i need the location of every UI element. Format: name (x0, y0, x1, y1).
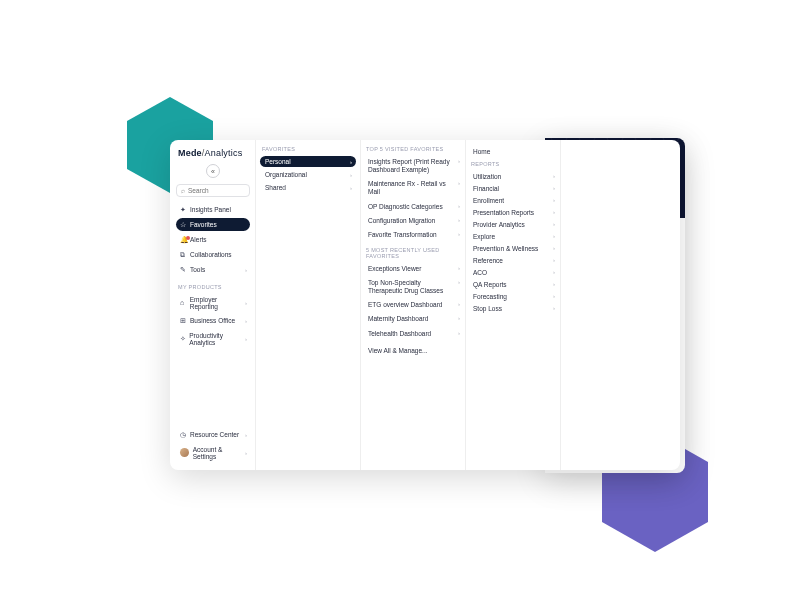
report-item[interactable]: Presentation Reports› (469, 207, 557, 218)
chevron-right-icon: › (458, 231, 460, 239)
favorite-item-label: Top Non-Specialty Therapeutic Drug Class… (368, 279, 443, 294)
chevron-right-icon: › (553, 281, 555, 287)
report-item[interactable]: Reference› (469, 255, 557, 266)
favorites-tab-personal[interactable]: Personal › (260, 156, 356, 167)
sidebar-item-employer-reporting[interactable]: ⌂ Employer Reporting › (176, 293, 250, 312)
favorites-tab-organizational[interactable]: Organizational › (260, 169, 356, 180)
star-icon: ☆ (180, 221, 190, 229)
chevron-right-icon: › (458, 279, 460, 287)
favorite-item-label: Maintenance Rx - Retail vs Mail (368, 180, 446, 195)
chevron-right-icon: › (553, 245, 555, 251)
favorite-item[interactable]: ETG overview Dashboard› (364, 299, 462, 311)
chevron-right-icon: › (458, 330, 460, 338)
favorites-tab-shared[interactable]: Shared › (260, 182, 356, 193)
report-item-label: ACO (473, 269, 487, 276)
home-link[interactable]: Home (469, 146, 557, 157)
chevron-right-icon: › (458, 265, 460, 273)
chevron-right-icon: › (553, 221, 555, 227)
chevron-right-icon: › (350, 185, 352, 191)
report-item[interactable]: Stop Loss› (469, 303, 557, 314)
favorite-item-label: Configuration Migration (368, 217, 435, 224)
sidebar-item-alerts[interactable]: 🔔 Alerts (176, 233, 250, 246)
favorite-item-label: Insights Report (Print Ready Dashboard E… (368, 158, 450, 173)
report-item-label: Enrollment (473, 197, 504, 204)
sidebar-item-favorites[interactable]: ☆ Favorites (176, 218, 250, 231)
favorite-item-label: OP Diagnostic Categories (368, 203, 443, 210)
favorite-item[interactable]: Maintenance Rx - Retail vs Mail› (364, 178, 462, 198)
chevron-right-icon: › (458, 217, 460, 225)
report-item-label: Financial (473, 185, 499, 192)
chevron-right-icon: › (458, 301, 460, 309)
favorite-item-label: ETG overview Dashboard (368, 301, 442, 308)
office-icon: ⊞ (180, 317, 190, 325)
report-item[interactable]: Provider Analytics› (469, 219, 557, 230)
report-item-label: Presentation Reports (473, 209, 534, 216)
favorite-item-label: Maternity Dashboard (368, 315, 428, 322)
report-item[interactable]: Enrollment› (469, 195, 557, 206)
favorite-item-label: Telehealth Dashboard (368, 330, 431, 337)
favorite-item[interactable]: Favorite Transformation› (364, 229, 462, 241)
avatar (180, 448, 189, 457)
report-item[interactable]: Prevention & Wellness› (469, 243, 557, 254)
favorite-item[interactable]: Maternity Dashboard› (364, 313, 462, 325)
sidebar-item-tools[interactable]: ✎ Tools › (176, 263, 250, 276)
sidebar-item-label: Account & Settings (193, 446, 246, 460)
chevron-right-icon: › (553, 257, 555, 263)
top-favorites-heading: TOP 5 VISITED FAVORITES (366, 146, 462, 152)
report-item[interactable]: ACO› (469, 267, 557, 278)
sidebar-item-collaborations[interactable]: ⧉ Collaborations (176, 248, 250, 261)
report-item[interactable]: Forecasting› (469, 291, 557, 302)
chevron-right-icon: › (553, 305, 555, 311)
favorite-item[interactable]: OP Diagnostic Categories› (364, 201, 462, 213)
chevron-right-icon: › (458, 158, 460, 166)
alert-badge-icon (186, 236, 190, 240)
favorites-panel: FAVORITES Personal › Organizational › Sh… (256, 140, 361, 470)
chevron-right-icon: › (553, 233, 555, 239)
sidebar-item-label: Insights Panel (190, 206, 231, 213)
sidebar-item-label: Favorites (190, 221, 217, 228)
sidebar-item-account-settings[interactable]: Account & Settings › (176, 443, 250, 462)
sidebar-item-label: Resource Center (190, 431, 239, 438)
sidebar-item-label: Productivity Analytics (189, 332, 246, 346)
report-item[interactable]: Financial› (469, 183, 557, 194)
report-item[interactable]: Utilization› (469, 171, 557, 182)
chevron-right-icon: › (553, 269, 555, 275)
reports-heading: Reports (471, 161, 557, 167)
favorite-item[interactable]: Exceptions Viewer› (364, 263, 462, 275)
favorite-item[interactable]: Insights Report (Print Ready Dashboard E… (364, 156, 462, 176)
sidebar-item-resource-center[interactable]: ◷ Resource Center › (176, 428, 250, 441)
collapse-sidebar-button[interactable]: « (206, 164, 220, 178)
chevron-right-icon: › (553, 209, 555, 215)
briefcase-icon: ⌂ (180, 299, 190, 306)
bulb-icon: ✦ (180, 206, 190, 214)
favorite-item[interactable]: Top Non-Specialty Therapeutic Drug Class… (364, 277, 462, 297)
search-field[interactable] (188, 187, 245, 194)
sidebar-item-productivity-analytics[interactable]: ✧ Productivity Analytics › (176, 329, 250, 348)
reports-panel: Home Reports Utilization›Financial›Enrol… (466, 140, 561, 470)
chevron-right-icon: › (458, 203, 460, 211)
report-item[interactable]: Explore› (469, 231, 557, 242)
app-window: Mede/Analytics « ⌕ ✦ Insights Panel ☆ Fa… (170, 140, 680, 470)
sidebar-item-business-office[interactable]: ⊞ Business Office › (176, 314, 250, 327)
chevron-right-icon: › (245, 318, 247, 324)
sidebar-item-label: Alerts (190, 236, 207, 243)
report-item-label: Utilization (473, 173, 501, 180)
favorite-item[interactable]: Configuration Migration› (364, 215, 462, 227)
section-label-my-products: MY PRODUCTS (178, 284, 250, 290)
chevron-right-icon: › (245, 432, 247, 438)
favorite-item-label: Favorite Transformation (368, 231, 437, 238)
view-all-manage-link[interactable]: View All & Manage... (364, 344, 462, 357)
favorites-heading: FAVORITES (262, 146, 356, 152)
report-item[interactable]: QA Reports› (469, 279, 557, 290)
favorite-item[interactable]: Telehealth Dashboard› (364, 328, 462, 340)
favorite-item-label: Exceptions Viewer (368, 265, 421, 272)
search-input[interactable]: ⌕ (176, 184, 250, 197)
report-item-label: Provider Analytics (473, 221, 525, 228)
sidebar-item-insights-panel[interactable]: ✦ Insights Panel (176, 203, 250, 216)
chevron-right-icon: › (245, 300, 247, 306)
report-item-label: Stop Loss (473, 305, 502, 312)
sidebar-item-label: Tools (190, 266, 205, 273)
favorites-tab-label: Organizational (265, 171, 307, 178)
chevron-right-icon: › (553, 197, 555, 203)
brand-logo: Mede/Analytics (178, 148, 250, 158)
